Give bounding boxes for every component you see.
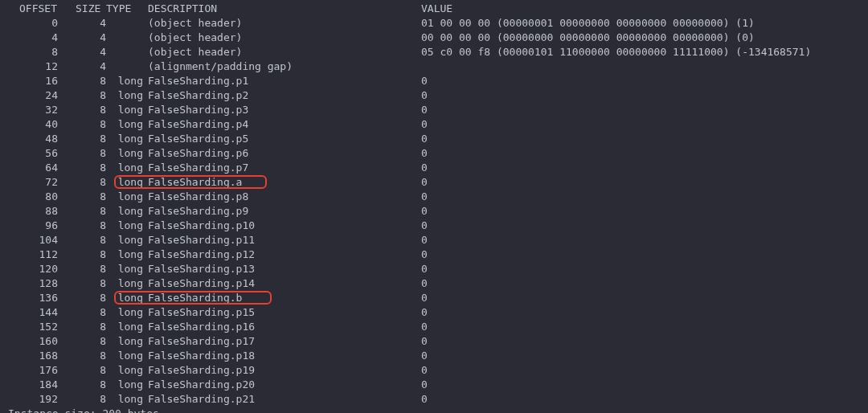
cell-type — [106, 16, 148, 31]
cell-value: 0 — [421, 175, 860, 190]
cell-size: 4 — [58, 16, 106, 31]
cell-size: 8 — [58, 262, 106, 276]
cell-description: FalseSharding.p5 — [148, 132, 421, 146]
cell-type: long — [106, 378, 148, 392]
cell-offset: 32 — [8, 103, 58, 117]
table-row: 124(alignment/padding gap) — [8, 59, 860, 74]
table-row: 1528longFalseSharding.p160 — [8, 320, 860, 334]
cell-description: (object header) — [148, 31, 421, 45]
cell-value: 0 — [421, 74, 860, 88]
cell-type: long — [106, 276, 148, 291]
header-size: SIZE — [58, 2, 106, 16]
table-row: 1928longFalseSharding.p210 — [8, 392, 860, 407]
cell-value: 05 c0 00 f8 (00000101 11000000 00000000 … — [421, 45, 860, 59]
cell-offset: 112 — [8, 247, 58, 262]
cell-size: 8 — [58, 334, 106, 349]
cell-type: long — [106, 132, 148, 146]
table-row: 168longFalseSharding.p10 — [8, 74, 860, 88]
cell-type — [106, 31, 148, 45]
cell-size: 8 — [58, 88, 106, 103]
cell-value: 0 — [421, 233, 860, 247]
table-row: 328longFalseSharding.p30 — [8, 103, 860, 117]
table-row: 84(object header)05 c0 00 f8 (00000101 1… — [8, 45, 860, 59]
cell-offset: 24 — [8, 88, 58, 103]
cell-type: long — [106, 103, 148, 117]
cell-value: 0 — [421, 262, 860, 276]
cell-offset: 8 — [8, 45, 58, 59]
table-row: 1288longFalseSharding.p140 — [8, 276, 860, 291]
cell-offset: 136 — [8, 291, 58, 305]
instance-size-text: Instance size: 200 bytes — [8, 407, 159, 413]
cell-offset: 120 — [8, 262, 58, 276]
cell-type: long — [106, 262, 148, 276]
terminal-output: OFFSET SIZE TYPE DESCRIPTION VALUE 04(ob… — [0, 0, 868, 413]
cell-type — [106, 59, 148, 74]
cell-description: FalseSharding.p3 — [148, 103, 421, 117]
cell-description: FalseSharding.b — [148, 291, 421, 305]
cell-description: (alignment/padding gap) — [148, 59, 421, 74]
table-row: 568longFalseSharding.p60 — [8, 146, 860, 161]
cell-offset: 176 — [8, 363, 58, 378]
cell-offset: 40 — [8, 117, 58, 132]
cell-offset: 72 — [8, 175, 58, 190]
cell-type: long — [106, 117, 148, 132]
cell-description: FalseSharding.p8 — [148, 190, 421, 204]
cell-value: 0 — [421, 103, 860, 117]
cell-size: 8 — [58, 392, 106, 407]
cell-type: long — [106, 146, 148, 161]
table-row: 408longFalseSharding.p40 — [8, 117, 860, 132]
cell-type: long — [106, 175, 148, 190]
cell-size: 4 — [58, 31, 106, 45]
table-row: 1848longFalseSharding.p200 — [8, 378, 860, 392]
cell-offset: 104 — [8, 233, 58, 247]
cell-description: FalseSharding.p12 — [148, 247, 421, 262]
cell-description: FalseSharding.p10 — [148, 219, 421, 233]
cell-offset: 16 — [8, 74, 58, 88]
cell-description: FalseSharding.p21 — [148, 392, 421, 407]
header-type: TYPE — [106, 2, 148, 16]
table-row: 1208longFalseSharding.p130 — [8, 262, 860, 276]
header-description: DESCRIPTION — [148, 2, 421, 16]
cell-type: long — [106, 190, 148, 204]
header-value: VALUE — [421, 2, 860, 16]
cell-size: 8 — [58, 175, 106, 190]
cell-value: 0 — [421, 305, 860, 320]
cell-size: 8 — [58, 190, 106, 204]
cell-type: long — [106, 247, 148, 262]
cell-size: 8 — [58, 349, 106, 363]
cell-description: (object header) — [148, 16, 421, 31]
cell-size: 8 — [58, 276, 106, 291]
table-row: 1448longFalseSharding.p150 — [8, 305, 860, 320]
cell-value: 0 — [421, 378, 860, 392]
cell-description: FalseSharding.a — [148, 175, 421, 190]
cell-value: 0 — [421, 349, 860, 363]
cell-type — [106, 45, 148, 59]
cell-description: FalseSharding.p2 — [148, 88, 421, 103]
cell-type: long — [106, 233, 148, 247]
cell-value: 0 — [421, 146, 860, 161]
cell-description: FalseSharding.p1 — [148, 74, 421, 88]
cell-offset: 152 — [8, 320, 58, 334]
cell-type: long — [106, 363, 148, 378]
instance-size-line: Instance size: 200 bytes — [8, 407, 860, 413]
cell-description: FalseSharding.p11 — [148, 233, 421, 247]
cell-offset: 160 — [8, 334, 58, 349]
table-row: 1688longFalseSharding.p180 — [8, 349, 860, 363]
table-row: 1048longFalseSharding.p110 — [8, 233, 860, 247]
cell-description: FalseSharding.p16 — [148, 320, 421, 334]
cell-size: 8 — [58, 219, 106, 233]
cell-description: FalseSharding.p7 — [148, 161, 421, 175]
cell-offset: 184 — [8, 378, 58, 392]
cell-value: 0 — [421, 132, 860, 146]
cell-type: long — [106, 219, 148, 233]
cell-value: 0 — [421, 161, 860, 175]
cell-value: 0 — [421, 320, 860, 334]
cell-type: long — [106, 349, 148, 363]
cell-value: 0 — [421, 276, 860, 291]
cell-value: 0 — [421, 363, 860, 378]
table-row: 888longFalseSharding.p90 — [8, 204, 860, 219]
table-row: 648longFalseSharding.p70 — [8, 161, 860, 175]
cell-value: 0 — [421, 204, 860, 219]
table-row: 44(object header)00 00 00 00 (00000000 0… — [8, 31, 860, 45]
cell-size: 8 — [58, 103, 106, 117]
